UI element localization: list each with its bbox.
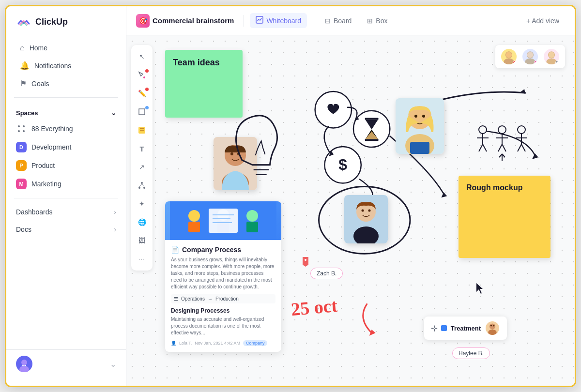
- sticky-note-team-ideas[interactable]: Team ideas: [165, 50, 243, 118]
- main-content: 🎯 Commercial brainstorm Whiteboard ⊟ Boa…: [126, 6, 575, 386]
- svg-point-78: [188, 210, 200, 222]
- svg-line-30: [479, 144, 483, 151]
- svg-line-40: [518, 144, 521, 151]
- breadcrumb-title: Commercial brainstorm: [153, 16, 234, 25]
- zach-label: Zach B.: [310, 268, 343, 279]
- paint-tool[interactable]: [134, 67, 150, 83]
- svg-point-1: [18, 125, 20, 127]
- svg-point-59: [422, 115, 425, 118]
- nodes-tool[interactable]: [134, 178, 150, 193]
- svg-point-23: [527, 52, 533, 58]
- photo-man: [214, 137, 257, 190]
- process-card-subtitle: Designing Processes: [171, 307, 275, 314]
- tag-icon: [301, 256, 310, 270]
- svg-line-36: [502, 144, 506, 151]
- sticky-note-rough-mockup[interactable]: Rough mockup: [459, 176, 550, 258]
- svg-point-53: [362, 210, 364, 212]
- sparkle-tool[interactable]: ✦: [134, 196, 150, 211]
- svg-point-20: [506, 52, 512, 58]
- sidebar-item-home[interactable]: ⌂ Home: [10, 39, 122, 57]
- board-tab-label: Board: [334, 17, 352, 25]
- user-chevron-icon: ⌄: [110, 360, 116, 369]
- marketing-badge: M: [16, 179, 27, 189]
- sidebar-item-dashboards[interactable]: Dashboards ›: [6, 203, 126, 221]
- svg-point-4: [23, 130, 25, 132]
- everything-icon: [16, 123, 27, 134]
- sidebar-item-notifications[interactable]: 🔔 Notifications: [10, 57, 122, 75]
- treatment-dot: [441, 325, 447, 331]
- svg-marker-71: [329, 151, 334, 156]
- svg-point-63: [315, 91, 352, 128]
- pen-tool[interactable]: ✏️: [134, 86, 150, 101]
- svg-point-5: [21, 360, 27, 365]
- svg-point-90: [490, 325, 492, 327]
- svg-marker-76: [369, 330, 376, 336]
- globe-tool[interactable]: 🌐: [134, 214, 150, 230]
- sidebar-divider-2: [14, 198, 118, 198]
- sidebar-item-notifications-label: Notifications: [34, 62, 71, 70]
- svg-point-54: [368, 210, 371, 212]
- svg-point-14: [138, 187, 140, 189]
- cursor-tool[interactable]: ↖: [134, 49, 150, 64]
- add-view-label: + Add view: [526, 17, 559, 25]
- notifications-icon: 🔔: [20, 61, 30, 70]
- home-icon: ⌂: [20, 44, 25, 52]
- photo-woman-center: [344, 195, 388, 243]
- svg-point-32: [498, 126, 506, 134]
- process-card-subdesc: Maintaining as accurate and well-organiz…: [171, 316, 275, 336]
- square-tool[interactable]: [134, 104, 150, 120]
- svg-rect-65: [365, 118, 379, 120]
- svg-rect-79: [188, 222, 200, 232]
- cursor-pointer: [476, 283, 485, 296]
- user-profile[interactable]: S ⌄: [6, 349, 126, 378]
- svg-marker-70: [354, 116, 359, 121]
- arrow-tool[interactable]: ↗: [134, 159, 150, 175]
- dashboards-chevron-icon: ›: [114, 208, 116, 216]
- everything-label: 88 Everything: [31, 125, 73, 133]
- svg-rect-84: [209, 209, 238, 233]
- sidebar-item-product[interactable]: P Product: [6, 156, 126, 175]
- add-view-button[interactable]: + Add view: [520, 14, 565, 28]
- tab-whiteboard[interactable]: Whiteboard: [250, 13, 307, 28]
- sidebar-item-everything[interactable]: 88 Everything: [6, 120, 126, 138]
- header-divider-2: [313, 15, 313, 27]
- sidebar-item-marketing[interactable]: M Marketing: [6, 175, 126, 193]
- svg-point-91: [493, 325, 495, 327]
- treatment-card[interactable]: ⊹ Treatment: [424, 317, 507, 340]
- sticky-tool[interactable]: [134, 122, 150, 138]
- sidebar-item-docs[interactable]: Docs ›: [6, 221, 126, 238]
- tab-board[interactable]: ⊟ Board: [319, 14, 357, 28]
- photo-woman-blonde: [396, 98, 444, 154]
- zach-name: Zach B.: [317, 270, 336, 277]
- svg-text:$: $: [338, 156, 347, 173]
- header-divider-1: [244, 15, 244, 27]
- process-card-body: 📄 Company Process As your business grows…: [165, 240, 281, 352]
- svg-point-89: [488, 330, 497, 335]
- tab-box[interactable]: ⊞ Box: [361, 14, 393, 28]
- svg-point-49: [237, 152, 240, 155]
- whiteboard-canvas[interactable]: ↖ ✏️ T ↗: [126, 35, 575, 386]
- marketing-label: Marketing: [31, 180, 61, 188]
- process-card[interactable]: 📄 Company Process As your business grows…: [165, 201, 281, 352]
- image-tool[interactable]: 🖼: [134, 233, 150, 248]
- sticky-note-rough-mockup-text: Rough mockup: [466, 183, 522, 192]
- svg-point-64: [353, 111, 390, 147]
- svg-point-6: [19, 366, 29, 372]
- svg-line-16: [139, 184, 142, 187]
- sidebar-item-home-label: Home: [30, 44, 47, 52]
- svg-point-67: [324, 147, 361, 183]
- goals-icon: ⚑: [20, 79, 27, 88]
- people-group: [468, 118, 536, 168]
- svg-rect-60: [410, 142, 429, 154]
- sidebar: ClickUp ⌂ Home 🔔 Notifications ⚑ Goals S…: [6, 6, 126, 386]
- text-tool[interactable]: T: [134, 141, 150, 156]
- spaces-chevron-icon: ⌄: [111, 109, 116, 117]
- sidebar-logo[interactable]: ClickUp: [6, 14, 126, 39]
- board-tab-icon: ⊟: [325, 17, 331, 25]
- sidebar-item-goals[interactable]: ⚑ Goals: [10, 75, 122, 92]
- header-actions: + Add view: [520, 14, 565, 28]
- svg-point-27: [479, 126, 487, 134]
- more-tool[interactable]: ···: [134, 251, 150, 267]
- sidebar-item-development[interactable]: D Development: [6, 138, 126, 156]
- spaces-section-header[interactable]: Spaces ⌄: [6, 103, 126, 120]
